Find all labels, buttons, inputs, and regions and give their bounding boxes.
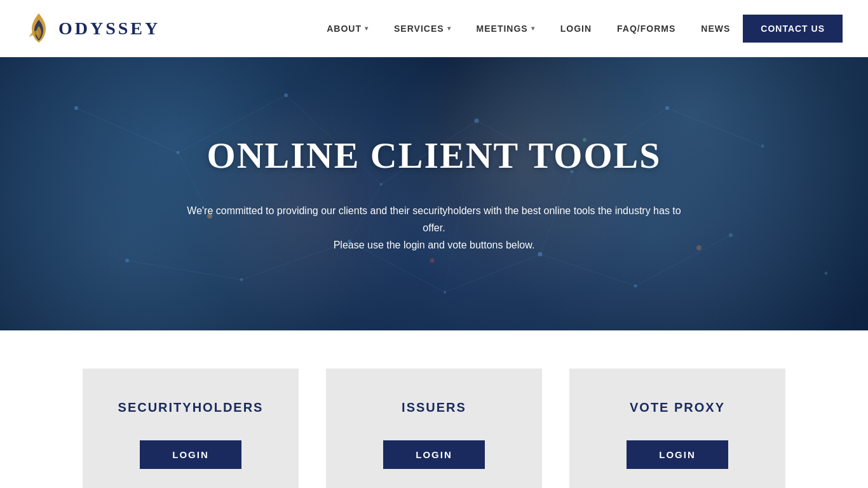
- svg-line-30: [445, 254, 540, 292]
- nav-label-login: LOGIN: [560, 24, 592, 34]
- card-title-vote-proxy: VOTE PROXY: [630, 400, 725, 415]
- logo[interactable]: ODYSSEY: [25, 12, 160, 45]
- card-vote-proxy: VOTE PROXY LOGIN: [569, 369, 785, 488]
- dropdown-arrow-meetings: ▾: [531, 25, 535, 32]
- svg-point-17: [430, 259, 435, 263]
- hero-subtitle-line2: Please use the login and vote buttons be…: [334, 240, 535, 250]
- nav-label-about: ABOUT: [327, 24, 362, 34]
- logo-text: ODYSSEY: [58, 18, 160, 39]
- card-issuers: ISSUERS LOGIN: [326, 369, 542, 488]
- nav-label-services: SERVICES: [394, 24, 444, 34]
- card-title-issuers: ISSUERS: [402, 400, 466, 415]
- flame-icon: [25, 12, 52, 45]
- hero-subtitle-line1: We're committed to providing our clients…: [187, 205, 681, 233]
- svg-line-27: [127, 261, 241, 280]
- card-title-securityholders: SECURITYHOLDERS: [118, 400, 264, 415]
- main-nav: ABOUT ▾ SERVICES ▾ MEETINGS ▾ LOGIN FAQ/…: [314, 0, 843, 57]
- nav-item-meetings[interactable]: MEETINGS ▾: [464, 0, 548, 57]
- nav-item-faq[interactable]: FAQ/FORMS: [604, 0, 688, 57]
- svg-line-31: [540, 254, 635, 286]
- site-header: ODYSSEY ABOUT ▾ SERVICES ▾ MEETINGS ▾ LO…: [0, 0, 868, 57]
- hero-subtitle: We're committed to providing our clients…: [180, 202, 688, 254]
- card-securityholders: SECURITYHOLDERS LOGIN: [83, 369, 299, 488]
- nav-item-login[interactable]: LOGIN: [548, 0, 604, 57]
- hero-title: ONLINE CLIENT TOOLS: [180, 134, 688, 177]
- hero-section: ONLINE CLIENT TOOLS We're committed to p…: [0, 57, 868, 330]
- issuers-login-button[interactable]: LOGIN: [383, 440, 485, 469]
- cards-section: SECURITYHOLDERS LOGIN ISSUERS LOGIN VOTE…: [0, 330, 868, 488]
- nav-item-services[interactable]: SERVICES ▾: [381, 0, 464, 57]
- hero-content: ONLINE CLIENT TOOLS We're committed to p…: [116, 134, 752, 254]
- dropdown-arrow-about: ▾: [365, 25, 369, 32]
- nav-item-news[interactable]: NEWS: [688, 0, 743, 57]
- vote-proxy-login-button[interactable]: LOGIN: [627, 440, 728, 469]
- nav-label-faq: FAQ/FORMS: [617, 24, 675, 34]
- nav-item-about[interactable]: ABOUT ▾: [314, 0, 381, 57]
- svg-point-15: [825, 272, 828, 275]
- nav-label-meetings: MEETINGS: [477, 24, 528, 34]
- securityholders-login-button[interactable]: LOGIN: [140, 440, 241, 469]
- contact-us-button[interactable]: CONTACT US: [743, 15, 843, 43]
- dropdown-arrow-services: ▾: [447, 25, 451, 32]
- nav-label-news: NEWS: [701, 24, 730, 34]
